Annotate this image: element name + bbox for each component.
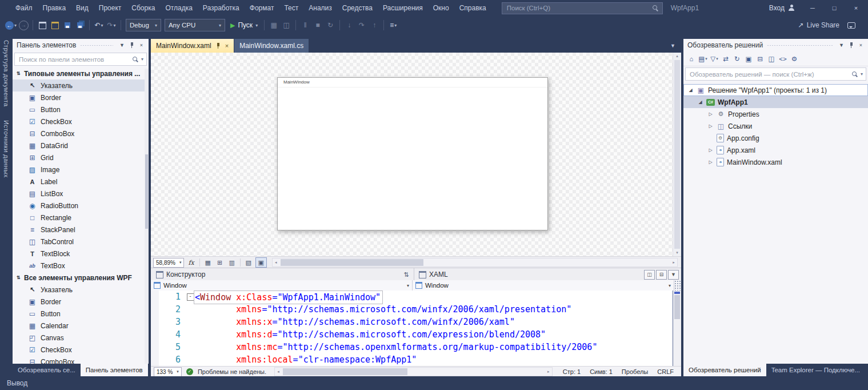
toolbox-search[interactable]: ▾ — [14, 53, 147, 66]
breakpoints-window-button[interactable]: ◫ — [280, 19, 293, 31]
collapse-all-button[interactable]: ⊟ — [755, 54, 765, 64]
toolbox-item[interactable]: ▦ Calendar — [13, 320, 149, 332]
horizontal-split-button[interactable]: ⊟ — [656, 270, 667, 280]
scrollbar-thumb[interactable] — [283, 368, 407, 375]
menu-item[interactable]: Анализ — [303, 0, 337, 16]
close-panel-button[interactable]: × — [137, 41, 146, 50]
maximize-button[interactable]: □ — [825, 0, 844, 16]
toolbox-item[interactable]: ◉ RadioButton — [13, 200, 149, 212]
toolbar-overflow-button[interactable]: ≡▾ — [387, 19, 399, 31]
toolbox-item[interactable]: ≡ StackPanel — [13, 224, 149, 236]
toolbox-item[interactable]: ▨ Image — [13, 164, 149, 176]
scrollbar-thumb[interactable] — [674, 295, 680, 319]
solution-search-input[interactable] — [689, 70, 851, 78]
scroll-right-icon[interactable]: ▸ — [670, 258, 677, 266]
toolbox-item[interactable]: ▣ Border — [13, 91, 149, 104]
save-all-button[interactable] — [74, 19, 86, 31]
expander-icon[interactable]: ◢ — [687, 87, 694, 93]
navigate-forward-button[interactable]: → — [17, 19, 30, 31]
toolbox-item[interactable]: ☑ CheckBox — [13, 116, 149, 128]
auto-hide-button[interactable] — [127, 41, 137, 50]
menu-item[interactable]: Файл — [10, 0, 38, 16]
solution-configuration-combo[interactable]: Debug▾ — [126, 19, 161, 31]
tree-row[interactable]: ▷ Properties — [683, 108, 868, 120]
step-over-button[interactable]: ↷ — [355, 19, 368, 31]
sign-in-button[interactable]: Вход — [763, 4, 801, 12]
tree-row[interactable]: ▷ Ссылки — [683, 120, 868, 132]
window-position-button[interactable]: ▼ — [837, 41, 846, 50]
breakpoint-margin[interactable] — [151, 290, 159, 366]
quick-launch-search[interactable] — [502, 2, 663, 14]
breadcrumb-element-combo-left[interactable]: Window ▾ — [151, 280, 413, 290]
expander-icon[interactable]: ▷ — [707, 148, 714, 153]
open-file-button[interactable] — [49, 19, 61, 31]
toolbox-item[interactable]: ↖ Указатель — [13, 284, 149, 296]
health-message[interactable]: Проблемы не найдены. — [198, 368, 266, 375]
panel-tab[interactable]: Обозреватель се... — [13, 364, 81, 376]
switch-views-button[interactable]: ▤▾ — [698, 54, 708, 64]
toolbox-item[interactable]: □ Rectangle — [13, 212, 149, 224]
toolbox-group-all-wpf[interactable]: ⇅ Все элементы управления WPF — [13, 272, 149, 284]
xaml-designer-surface[interactable]: MainWindow ▴ ▾ — [151, 53, 681, 256]
scroll-left-icon[interactable]: ◂ — [273, 258, 279, 266]
toolbox-group-common[interactable]: ⇅ Типовые элементы управления ... — [13, 67, 149, 79]
start-dropdown-icon[interactable]: ▾ — [255, 23, 258, 28]
close-panel-button[interactable]: × — [856, 41, 866, 50]
auto-hide-button[interactable] — [846, 41, 856, 50]
debug-history-button[interactable]: ▦ — [267, 19, 280, 31]
splitbar-divider[interactable] — [414, 268, 414, 281]
toolbox-item[interactable]: ▭ Button — [13, 308, 149, 320]
scroll-left-icon[interactable]: ◂ — [275, 368, 282, 376]
toolbox-item[interactable]: ab TextBox — [13, 260, 149, 272]
disable-project-code-button[interactable]: ▣ — [255, 257, 267, 268]
panel-tab[interactable]: Панель элементов — [81, 364, 148, 376]
scroll-down-icon[interactable]: ▾ — [673, 250, 681, 255]
fold-collapse-icon[interactable]: - — [187, 293, 194, 301]
design-view-tab[interactable]: Конструктор — [153, 270, 208, 278]
toolbox-item[interactable]: ▭ Button — [13, 104, 149, 116]
refresh-button[interactable]: ↻ — [732, 54, 742, 64]
panel-tab[interactable]: Обозреватель решений — [683, 364, 766, 376]
code-line[interactable]: xmlns:d="http://schemas.microsoft.com/ex… — [195, 328, 673, 341]
menu-item[interactable]: Тест — [279, 0, 303, 16]
live-share-button[interactable]: ↗Live Share — [798, 19, 839, 31]
xaml-code-editor[interactable]: 123456 - <Window x:Class="WpfApp1.MainWi… — [151, 290, 673, 366]
editor-vertical-scrollbar[interactable] — [673, 290, 681, 366]
close-button[interactable]: × — [846, 0, 866, 16]
menu-item[interactable]: Вид — [71, 0, 94, 16]
toolbox-item[interactable]: T TextBlock — [13, 248, 149, 260]
status-eol[interactable]: CRLF — [657, 368, 674, 375]
home-button[interactable]: ⌂ — [686, 54, 697, 64]
stop-debugging-button[interactable]: ■ — [311, 19, 324, 31]
design-artboard[interactable]: MainWindow — [277, 77, 548, 230]
editor-horizontal-scrollbar[interactable]: ◂ ▸ — [274, 367, 553, 376]
scrollbar-thumb[interactable] — [145, 154, 148, 229]
nest-files-button[interactable]: ▣ — [743, 54, 754, 64]
break-all-button[interactable]: ‖ — [299, 19, 311, 31]
designer-vertical-scrollbar[interactable]: ▴ ▾ — [673, 53, 681, 256]
new-project-button[interactable] — [36, 19, 49, 31]
tab-mainwindow-xaml[interactable]: MainWindow.xaml × — [151, 39, 234, 53]
swap-panes-button[interactable]: ⇅ — [401, 271, 412, 278]
toolbox-item[interactable]: ◰ Canvas — [13, 332, 149, 344]
vertical-tool-tab[interactable]: Структура документа — [0, 34, 13, 114]
redo-dropdown-icon[interactable]: ▾ — [114, 23, 116, 28]
show-grid-button[interactable]: ▦ — [203, 258, 213, 267]
save-button[interactable] — [61, 19, 74, 31]
code-line[interactable]: xmlns:local="clr-namespace:WpfApp1" — [195, 353, 673, 366]
back-dropdown-icon[interactable]: ▾ — [14, 23, 17, 28]
expander-icon[interactable]: ◢ — [697, 100, 703, 105]
menu-item[interactable]: Отладка — [160, 0, 197, 16]
feedback-button[interactable] — [845, 19, 858, 31]
expander-icon[interactable]: ▷ — [707, 124, 714, 129]
quick-launch-input[interactable] — [506, 4, 652, 12]
navigate-backward-button[interactable]: ←▾ — [5, 19, 17, 31]
effects-button[interactable]: fx — [186, 259, 196, 266]
close-icon[interactable]: × — [225, 42, 229, 49]
tab-list-chevron-icon[interactable]: ▼ — [670, 43, 675, 49]
filter-button[interactable]: ▽▾ — [709, 54, 719, 64]
minimize-button[interactable]: ─ — [803, 0, 822, 16]
toolbox-item[interactable]: ▦ DataGrid — [13, 140, 149, 152]
tree-row[interactable]: ▷ App.xaml — [683, 144, 868, 156]
properties-button[interactable]: ⚙ — [789, 54, 799, 64]
